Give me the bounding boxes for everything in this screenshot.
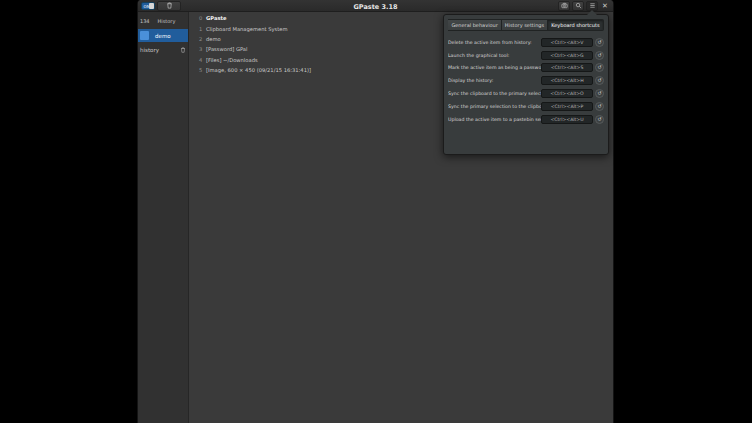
close-icon: ✕	[602, 2, 608, 9]
history-toggle-icon	[140, 31, 149, 40]
item-index: 0	[199, 15, 204, 21]
popover-arrow	[587, 10, 597, 15]
settings-menu-button[interactable]	[586, 1, 598, 11]
images-button[interactable]	[558, 1, 570, 11]
settings-popover: General behaviour History settings Keybo…	[443, 14, 609, 155]
item-index: 1	[199, 26, 204, 32]
gpaste-window: ON GPaste 3.18	[138, 0, 613, 423]
shortcut-row: Display the history: ↺	[448, 74, 604, 87]
tracking-switch[interactable]: ON	[141, 2, 155, 10]
shortcut-row: Sync the primary selection to the clipbo…	[448, 100, 604, 113]
item-index: 5	[199, 67, 204, 73]
settings-tab[interactable]: History settings	[502, 19, 548, 31]
shortcut-rows: Delete the active item from history: ↺ L…	[444, 36, 608, 126]
item-index: 2	[199, 36, 204, 42]
menu-icon	[589, 2, 596, 9]
reset-shortcut-button[interactable]: ↺	[595, 38, 604, 47]
headerbar: ON GPaste 3.18	[138, 0, 613, 12]
sidebar-header: 134 History	[138, 15, 188, 26]
shortcut-row: Sync the clipboard to the primary select…	[448, 87, 604, 100]
item-label: [Password] GPal	[206, 46, 247, 52]
shortcut-label: Mark the active item as being a password…	[448, 65, 541, 70]
settings-tab[interactable]: Keyboard shortcuts	[548, 19, 603, 31]
reset-icon: ↺	[597, 91, 601, 96]
search-button[interactable]	[572, 1, 584, 11]
close-button[interactable]: ✕	[600, 1, 610, 11]
empty-history-button[interactable]	[157, 1, 181, 11]
shortcut-label: Sync the clipboard to the primary select…	[448, 91, 541, 96]
item-index: 3	[199, 46, 204, 52]
shortcut-input[interactable]	[541, 76, 593, 85]
shortcut-input[interactable]	[541, 102, 593, 111]
item-label: [Image, 600 × 450 (09/21/15 16:31:41)]	[206, 67, 311, 73]
settings-tab[interactable]: General behaviour	[448, 19, 501, 31]
delete-history-icon[interactable]	[180, 47, 186, 53]
headerbar-left-group: ON	[141, 1, 181, 11]
reset-shortcut-button[interactable]: ↺	[595, 115, 604, 124]
shortcut-row: Upload the active item to a pastebin ser…	[448, 113, 604, 126]
shortcut-label: Delete the active item from history:	[448, 40, 541, 45]
shortcut-input[interactable]	[541, 51, 593, 60]
sidebar-item-label: history	[140, 47, 159, 53]
sidebar-title: History	[158, 18, 176, 24]
reset-shortcut-button[interactable]: ↺	[595, 51, 604, 60]
reset-shortcut-button[interactable]: ↺	[595, 76, 604, 85]
shortcut-label: Sync the primary selection to the clipbo…	[448, 104, 541, 109]
history-count-badge: 134	[140, 18, 150, 24]
sidebar-item-demo[interactable]: demo	[138, 29, 188, 42]
shortcut-label: Display the history:	[448, 78, 541, 83]
reset-icon: ↺	[597, 78, 601, 83]
screen: ON GPaste 3.18	[0, 0, 752, 423]
shortcut-input[interactable]	[541, 89, 593, 98]
reset-icon: ↺	[597, 40, 601, 45]
sidebar-item-label: demo	[155, 33, 171, 39]
item-index: 4	[199, 57, 204, 63]
shortcut-row: Delete the active item from history: ↺	[448, 36, 604, 49]
shortcut-input[interactable]	[541, 115, 593, 124]
camera-icon	[561, 2, 568, 9]
reset-shortcut-button[interactable]: ↺	[595, 89, 604, 98]
shortcut-input[interactable]	[541, 38, 593, 47]
item-label: GPaste	[206, 15, 227, 21]
headerbar-right-group: ✕	[558, 1, 610, 11]
histories-sidebar: 134 History demo history	[138, 12, 189, 423]
reset-shortcut-button[interactable]: ↺	[595, 102, 604, 111]
shortcut-input[interactable]	[541, 63, 593, 72]
item-label: Clipboard Management System	[206, 26, 288, 32]
shortcut-row: Mark the active item as being a password…	[448, 62, 604, 75]
shortcut-label: Launch the graphical tool:	[448, 53, 541, 58]
shortcut-label: Upload the active item to a pastebin ser…	[448, 117, 541, 122]
reset-icon: ↺	[597, 65, 601, 70]
reset-icon: ↺	[597, 104, 601, 109]
reset-shortcut-button[interactable]: ↺	[595, 63, 604, 72]
item-label: [Files] ~/Downloads	[206, 57, 258, 63]
shortcut-row: Launch the graphical tool: ↺	[448, 49, 604, 62]
reset-icon: ↺	[597, 117, 601, 122]
window-title: GPaste 3.18	[354, 3, 398, 11]
trash-icon	[166, 2, 173, 9]
settings-tabs: General behaviour History settings Keybo…	[444, 19, 608, 31]
item-label: demo	[206, 36, 221, 42]
sidebar-item-history[interactable]: history	[138, 44, 188, 55]
search-icon	[575, 2, 582, 9]
switch-knob	[149, 3, 154, 9]
reset-icon: ↺	[597, 53, 601, 58]
